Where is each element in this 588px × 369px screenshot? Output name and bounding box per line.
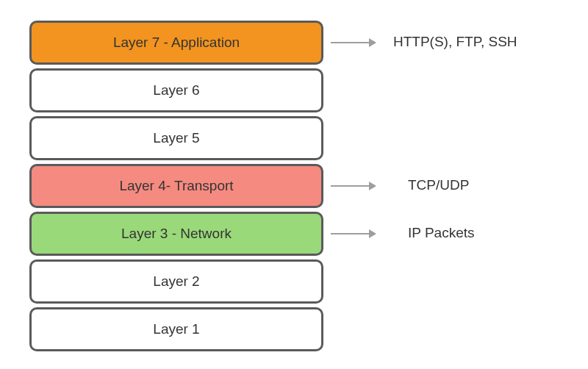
layer-4-box: Layer 4- Transport xyxy=(29,164,323,208)
layer-3-note: IP Packets xyxy=(408,225,474,241)
layer-3-box: Layer 3 - Network xyxy=(29,212,323,256)
layer-6-label: Layer 6 xyxy=(153,82,199,98)
arrow-icon xyxy=(331,182,376,190)
layer-2-box: Layer 2 xyxy=(29,259,323,304)
layer-1-box: Layer 1 xyxy=(29,307,323,351)
layer-7-label: Layer 7 - Application xyxy=(113,35,240,51)
layer-7-note: HTTP(S), FTP, SSH xyxy=(393,34,517,50)
layer-5-label: Layer 5 xyxy=(153,130,199,146)
layer-1-label: Layer 1 xyxy=(153,321,199,337)
layer-5-box: Layer 5 xyxy=(29,116,323,160)
osi-layer-stack: Layer 7 - Application Layer 6 Layer 5 La… xyxy=(29,21,323,351)
arrow-icon xyxy=(331,229,376,238)
layer-6-box: Layer 6 xyxy=(29,68,323,112)
layer-2-label: Layer 2 xyxy=(153,273,199,290)
arrow-icon xyxy=(331,38,376,47)
layer-4-label: Layer 4- Transport xyxy=(119,178,233,194)
layer-7-box: Layer 7 - Application xyxy=(29,21,323,65)
layer-4-note: TCP/UDP xyxy=(408,177,469,193)
layer-3-label: Layer 3 - Network xyxy=(121,226,232,242)
